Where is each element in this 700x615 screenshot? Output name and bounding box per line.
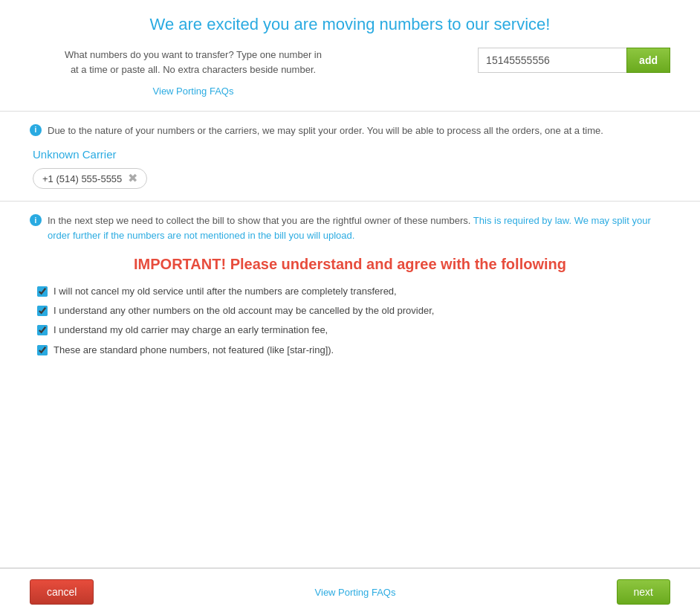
important-info-text: In the next step we need to collect the … <box>48 213 670 242</box>
important-info-banner: i In the next step we need to collect th… <box>30 213 670 242</box>
add-button[interactable]: add <box>626 48 670 73</box>
number-input-group: add <box>478 48 670 73</box>
info-icon: i <box>30 124 42 136</box>
info-icon-2: i <box>30 214 42 226</box>
phone-number: +1 (514) 555-5555 <box>42 173 122 184</box>
input-row: What numbers do you want to transfer? Ty… <box>30 48 670 99</box>
checkbox-4[interactable] <box>37 345 48 355</box>
checkbox-2[interactable] <box>37 306 48 316</box>
page-container: We are excited you are moving numbers to… <box>0 0 700 615</box>
checkbox-label-2: I understand any other numbers on the ol… <box>54 304 434 318</box>
list-item: I understand any other numbers on the ol… <box>37 304 670 318</box>
important-title: IMPORTANT! Please understand and agree w… <box>30 256 670 273</box>
description-text: What numbers do you want to transfer? Ty… <box>65 49 322 75</box>
carrier-info-banner: i Due to the nature of your numbers or t… <box>30 123 670 138</box>
carrier-info-text: Due to the nature of your numbers or the… <box>48 123 603 138</box>
faq-link-footer[interactable]: View Porting FAQs <box>315 587 396 598</box>
next-button[interactable]: next <box>617 579 670 605</box>
remove-phone-icon[interactable]: ✖ <box>128 173 137 184</box>
carrier-name: Unknown Carrier <box>33 148 670 161</box>
checkbox-label-4: These are standard phone numbers, not fe… <box>54 344 334 357</box>
header-section: We are excited you are moving numbers to… <box>0 0 700 112</box>
checkbox-label-1: I will not cancel my old service until a… <box>54 285 397 298</box>
list-item: I will not cancel my old service until a… <box>37 285 670 298</box>
checkbox-list: I will not cancel my old service until a… <box>30 285 670 357</box>
checkbox-3[interactable] <box>37 325 48 335</box>
cancel-button[interactable]: cancel <box>30 579 94 605</box>
list-item: These are standard phone numbers, not fe… <box>37 344 670 357</box>
phone-chip: +1 (514) 555-5555 ✖ <box>33 168 147 189</box>
checkbox-label-3: I understand my old carrier may charge a… <box>54 323 328 337</box>
footer-section: cancel View Porting FAQs next <box>0 568 700 615</box>
input-description: What numbers do you want to transfer? Ty… <box>30 48 357 99</box>
faq-link-top[interactable]: View Porting FAQs <box>30 84 357 99</box>
carrier-section: i Due to the nature of your numbers or t… <box>0 112 700 202</box>
list-item: I understand my old carrier may charge a… <box>37 323 670 337</box>
checkbox-1[interactable] <box>37 286 48 297</box>
number-input[interactable] <box>478 48 626 73</box>
important-section: i In the next step we need to collect th… <box>0 202 700 568</box>
page-title: We are excited you are moving numbers to… <box>30 15 670 34</box>
